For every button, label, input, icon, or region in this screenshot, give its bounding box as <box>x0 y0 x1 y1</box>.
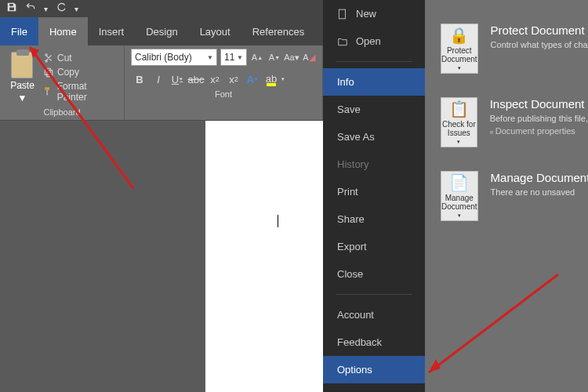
chevron-down-icon: ▼ <box>237 54 243 61</box>
nav-account[interactable]: Account <box>323 301 425 328</box>
format-painter-button[interactable]: Format Painter <box>43 81 118 103</box>
quick-access-toolbar: ▾ ▾ <box>0 0 323 17</box>
bold-button[interactable]: B <box>131 71 148 88</box>
grow-font-button[interactable]: A▲ <box>250 49 264 66</box>
nav-save-as[interactable]: Save As <box>323 123 425 151</box>
manage-heading: Manage Document <box>491 171 588 184</box>
document-icon: 📄 <box>449 173 469 192</box>
tab-references[interactable]: References <box>241 17 315 45</box>
group-label-font: Font <box>131 88 316 100</box>
nav-open[interactable]: Open <box>323 27 425 55</box>
protect-document-button[interactable]: 🔒 Protect Document▾ <box>441 24 478 74</box>
nav-feedback[interactable]: Feedback <box>323 328 425 356</box>
highlight-button[interactable]: ab <box>263 71 280 88</box>
lock-icon: 🔒 <box>449 26 469 45</box>
info-panel: 🔒 Protect Document▾ Protect Document Con… <box>425 0 588 392</box>
ribbon: Paste ▼ Cut Copy Format Painter <box>0 45 323 121</box>
nav-print[interactable]: Print <box>323 178 425 205</box>
redo-icon[interactable] <box>56 2 67 16</box>
text-effects-button[interactable]: A▾ <box>244 71 261 88</box>
tab-home[interactable]: Home <box>38 17 88 45</box>
font-name-combo[interactable]: Calibri (Body)▼ <box>131 49 217 66</box>
protect-document-row: 🔒 Protect Document▾ Protect Document Con… <box>441 24 588 74</box>
font-size-combo[interactable]: 11▼ <box>220 49 247 66</box>
inspect-document-row: 📋 Check for Issues▾ Inspect Document Bef… <box>441 97 588 147</box>
separator <box>336 294 412 295</box>
separator <box>336 61 412 62</box>
strikethrough-button[interactable]: abc <box>187 71 205 88</box>
undo-icon[interactable] <box>25 2 36 16</box>
manage-document-row: 📄 Manage Document▾ Manage Document There… <box>441 171 588 221</box>
backstage-view: New Open Info Save Save As History Print… <box>323 0 588 392</box>
text-cursor <box>278 215 278 227</box>
backstage-nav: New Open Info Save Save As History Print… <box>323 0 425 392</box>
cut-button[interactable]: Cut <box>43 53 118 64</box>
nav-new[interactable]: New <box>323 0 425 27</box>
superscript-button[interactable]: x2 <box>225 71 242 88</box>
ribbon-tabs: File Home Insert Design Layout Reference… <box>0 17 323 45</box>
protect-heading: Protect Document <box>491 24 588 37</box>
nav-export[interactable]: Export <box>323 233 425 260</box>
inspect-bullet: Document properties <box>490 126 588 136</box>
shrink-font-button[interactable]: A▼ <box>267 49 281 66</box>
change-case-button[interactable]: Aa▾ <box>285 49 299 66</box>
nav-history[interactable]: History <box>323 151 425 178</box>
check-issues-button[interactable]: 📋 Check for Issues▾ <box>441 97 477 147</box>
save-icon[interactable] <box>6 2 17 16</box>
ribbon-view: ▾ ▾ File Home Insert Design Layout Refer… <box>0 0 323 392</box>
tab-file[interactable]: File <box>0 17 38 45</box>
tab-layout[interactable]: Layout <box>189 17 241 45</box>
manage-desc: There are no unsaved <box>491 187 588 197</box>
qat-customize-icon[interactable]: ▾ <box>74 5 78 13</box>
document-area[interactable] <box>205 121 323 392</box>
group-label-clipboard: Clipboard <box>6 106 118 118</box>
nav-info[interactable]: Info <box>323 68 425 96</box>
chevron-down-icon[interactable]: ▾ <box>281 76 285 82</box>
svg-rect-0 <box>45 68 50 74</box>
chevron-down-icon: ▼ <box>18 93 27 103</box>
inspect-icon: 📋 <box>449 100 469 118</box>
manage-document-button[interactable]: 📄 Manage Document▾ <box>441 171 478 221</box>
inspect-heading: Inspect Document <box>490 97 588 111</box>
clear-formatting-button[interactable]: A◢ <box>302 49 316 66</box>
inspect-desc: Before publishing this file, <box>490 114 588 123</box>
group-font: Calibri (Body)▼ 11▼ A▲ A▼ Aa▾ A◢ B I U▾ … <box>125 45 323 120</box>
group-clipboard: Paste ▼ Cut Copy Format Painter <box>0 45 125 120</box>
protect-desc: Control what types of changes <box>491 40 588 49</box>
nav-options[interactable]: Options <box>323 356 425 383</box>
nav-share[interactable]: Share <box>323 205 425 233</box>
undo-dropdown-icon[interactable]: ▾ <box>44 5 48 13</box>
tab-design[interactable]: Design <box>135 17 188 45</box>
italic-button[interactable]: I <box>150 71 167 88</box>
nav-save[interactable]: Save <box>323 96 425 123</box>
paste-label: Paste <box>10 80 34 91</box>
underline-button[interactable]: U▾ <box>169 71 186 88</box>
chevron-down-icon: ▼ <box>207 54 213 61</box>
paste-button[interactable]: Paste ▼ <box>6 49 38 106</box>
tab-insert[interactable]: Insert <box>88 17 136 45</box>
nav-close[interactable]: Close <box>323 260 425 288</box>
subscript-button[interactable]: x2 <box>206 71 223 88</box>
svg-rect-1 <box>47 70 53 76</box>
svg-rect-4 <box>339 9 345 19</box>
clipboard-icon <box>11 52 33 78</box>
copy-button[interactable]: Copy <box>43 67 118 78</box>
